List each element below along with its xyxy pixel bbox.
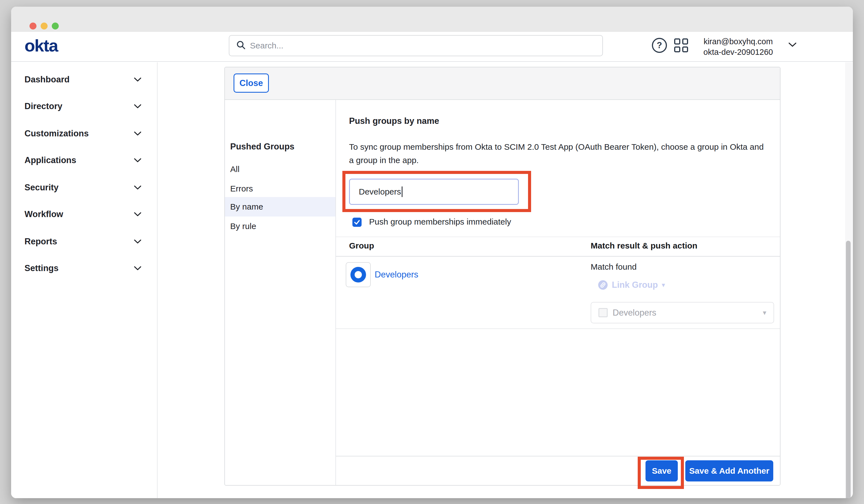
apps-grid-icon[interactable] (674, 38, 688, 52)
link-group-button[interactable]: Link Group ▾ (598, 279, 665, 290)
chevron-down-icon (134, 239, 141, 244)
table-top-divider (336, 237, 780, 237)
account-chevron-down-icon[interactable] (788, 42, 797, 48)
chevron-down-icon (134, 266, 141, 271)
pushed-groups-panel: Close Pushed Groups All Errors By name B… (224, 67, 780, 485)
app-window: okta Search... ? kiran@boxyhq.com okta-d… (11, 7, 853, 498)
window-zoom-icon[interactable] (52, 23, 59, 29)
chevron-down-icon (134, 104, 141, 109)
close-button[interactable]: Close (233, 73, 269, 93)
link-group-caret-down-icon: ▾ (662, 281, 665, 289)
sidebar-item-dashboard[interactable]: Dashboard (11, 70, 158, 89)
search-input[interactable]: Search... (229, 35, 603, 56)
chevron-down-icon (134, 131, 141, 136)
subnav-title: Pushed Groups (230, 142, 295, 152)
form-heading: Push groups by name (349, 116, 439, 126)
sidebar-item-security[interactable]: Security (11, 178, 158, 197)
scrollbar-thumb[interactable] (846, 241, 851, 498)
chevron-down-icon (134, 77, 141, 82)
match-status: Match found (591, 262, 637, 272)
okta-logo: okta (24, 36, 58, 56)
group-name-input[interactable]: Developers (349, 179, 519, 205)
table-row-divider (336, 328, 780, 329)
search-placeholder: Search... (250, 41, 283, 50)
text-cursor (402, 187, 403, 197)
subnav-item-by-rule[interactable]: By rule (225, 217, 335, 236)
footer-divider (336, 456, 780, 456)
save-add-another-button[interactable]: Save & Add Another (685, 460, 773, 481)
search-icon (236, 40, 246, 51)
app-header: okta Search... ? kiran@boxyhq.com okta-d… (11, 32, 853, 62)
link-group-label: Link Group (612, 280, 658, 290)
sidebar-item-directory[interactable]: Directory (11, 96, 158, 116)
column-header-match: Match result & push action (591, 241, 697, 251)
link-icon (598, 280, 608, 290)
window-titlebar (11, 7, 853, 32)
chevron-down-icon (134, 212, 141, 217)
sidebar-item-applications[interactable]: Applications (11, 150, 158, 170)
pushed-groups-subnav: Pushed Groups All Errors By name By rule (225, 100, 336, 485)
linked-group-value: Developers (613, 308, 656, 318)
save-button[interactable]: Save (646, 460, 678, 481)
check-icon (354, 219, 360, 225)
column-header-group: Group (349, 241, 374, 251)
panel-toolbar: Close (225, 67, 780, 100)
window-close-icon[interactable] (29, 23, 36, 29)
account-menu[interactable]: kiran@boxyhq.com okta-dev-20901260 (694, 36, 783, 57)
group-icon (350, 267, 366, 283)
group-placeholder-icon (598, 308, 608, 317)
chevron-down-icon (134, 185, 141, 190)
help-icon[interactable]: ? (652, 38, 667, 53)
chevron-down-icon (134, 158, 141, 163)
sidebar-item-workflow[interactable]: Workflow (11, 204, 158, 224)
linked-group-select[interactable]: Developers ▾ (591, 302, 774, 323)
sidebar-item-settings[interactable]: Settings (11, 258, 158, 278)
sidebar-item-reports[interactable]: Reports (11, 231, 158, 252)
group-name-link[interactable]: Developers (375, 270, 418, 280)
sidebar: Dashboard Directory Customizations Appli… (11, 62, 158, 498)
group-name-value: Developers (359, 187, 401, 196)
subnav-item-errors[interactable]: Errors (225, 179, 335, 199)
scrollbar-track (845, 62, 852, 498)
push-immediately-checkbox[interactable] (352, 218, 362, 227)
form-description: To sync group memberships from Okta to S… (349, 140, 767, 167)
account-org: okta-dev-20901260 (694, 47, 783, 57)
subnav-item-all[interactable]: All (225, 159, 335, 179)
subnav-item-by-name[interactable]: By name (225, 197, 335, 217)
window-minimize-icon[interactable] (41, 23, 48, 29)
select-caret-down-icon: ▾ (763, 309, 766, 317)
account-email: kiran@boxyhq.com (694, 36, 783, 47)
group-avatar (346, 262, 371, 287)
table-header-divider (336, 256, 780, 256)
push-immediately-label: Push group memberships immediately (369, 217, 511, 227)
sidebar-item-customizations[interactable]: Customizations (11, 123, 158, 144)
